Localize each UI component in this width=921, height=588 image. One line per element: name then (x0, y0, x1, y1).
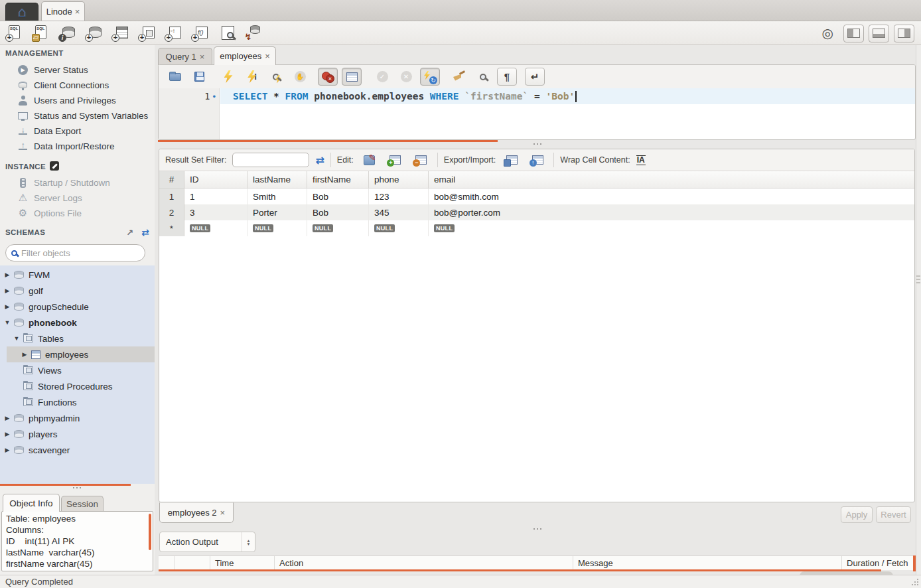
splitter-handle[interactable] (533, 143, 542, 145)
import-records-button[interactable] (528, 151, 547, 169)
toggle-word-wrap-button[interactable]: ↵ (525, 68, 545, 86)
column-header-action[interactable]: Action (275, 556, 573, 570)
create-schema-button[interactable]: + (85, 24, 103, 42)
close-icon[interactable]: × (75, 7, 80, 17)
search-data-button[interactable] (218, 24, 236, 42)
refresh-results-icon[interactable]: ⇄ (315, 154, 324, 167)
close-icon[interactable]: × (265, 51, 270, 61)
chevron-down-icon[interactable]: ▼ (4, 319, 11, 326)
execute-query-button[interactable] (218, 68, 238, 86)
column-header-duration[interactable]: Duration / Fetch (842, 556, 916, 570)
reconnect-dbms-button[interactable]: ↯ (244, 24, 262, 42)
sidebar-item-data-import[interactable]: ↑ Data Import/Restore (17, 139, 153, 153)
tree-item-groupschedule[interactable]: ▶ groupSchedule (0, 299, 155, 315)
autocommit-toggle[interactable] (420, 68, 440, 86)
delete-row-button[interactable] (411, 151, 431, 169)
sidebar-item-options-file[interactable]: ⚙ Options File (17, 206, 153, 220)
sql-code-area[interactable]: 1 • SELECT * FROM phonebook.employees WH… (159, 88, 915, 140)
table-row[interactable]: 2 3 Porter Bob 345 bob@porter.com (159, 204, 914, 220)
table-row-new[interactable]: * NULL NULL NULL NULL NULL (159, 220, 914, 236)
chevron-right-icon[interactable]: ▶ (4, 415, 11, 421)
find-button[interactable] (473, 68, 493, 86)
sidebar-item-client-connections[interactable]: Client Connections (17, 78, 153, 92)
tab-employees-2[interactable]: employees 2 × (159, 502, 234, 523)
chevron-right-icon[interactable]: ▶ (21, 351, 28, 358)
column-header-lastname[interactable]: lastName (248, 171, 307, 188)
beautify-sql-button[interactable] (449, 68, 469, 86)
chevron-right-icon[interactable]: ▶ (4, 287, 11, 294)
sidebar-item-users-privileges[interactable]: Users and Privileges (17, 94, 153, 107)
apply-button[interactable]: Apply (841, 506, 873, 523)
result-filter-input[interactable] (232, 153, 309, 167)
edit-cell-button[interactable] (360, 151, 380, 169)
new-sql-tab-button[interactable]: + (5, 24, 23, 42)
right-panel-splitter[interactable] (916, 45, 921, 575)
tree-item-stored-procedures[interactable]: Stored Procedures (0, 378, 155, 394)
tab-object-info[interactable]: Object Info (3, 494, 60, 512)
revert-button[interactable]: Revert (876, 506, 911, 523)
create-table-button[interactable]: + (111, 24, 129, 42)
chevron-down-icon[interactable]: ▼ (13, 335, 20, 342)
tree-item-views[interactable]: Views (0, 362, 155, 378)
open-sql-script-button[interactable]: ▱ (32, 24, 50, 42)
wrap-cell-content-icon[interactable]: IA (636, 155, 646, 165)
chevron-right-icon[interactable]: ▶ (4, 431, 11, 437)
sidebar-item-data-export[interactable]: ↓ Data Export (17, 124, 153, 137)
editor-results-splitter[interactable] (158, 140, 498, 142)
close-icon[interactable]: × (200, 52, 205, 62)
resize-grip[interactable] (910, 577, 920, 587)
expand-schemas-icon[interactable]: ↗ (126, 228, 133, 238)
create-procedure-button[interactable]: + (165, 24, 182, 42)
chevron-right-icon[interactable]: ▶ (4, 303, 11, 310)
tree-item-phpmyadmin[interactable]: ▶ phpmyadmin (0, 410, 155, 426)
sidebar-item-server-logs[interactable]: ⚠ Server Logs (17, 191, 153, 204)
create-function-button[interactable]: + (191, 24, 209, 42)
home-tab[interactable]: ⌂ (5, 3, 38, 21)
tree-item-golf[interactable]: ▶ golf (0, 283, 155, 299)
object-info-scrollbar[interactable] (149, 514, 151, 550)
toggle-right-sidebar-button[interactable] (894, 25, 914, 42)
refresh-schemas-icon[interactable]: ⇄ (141, 227, 149, 238)
sidebar-item-server-status[interactable]: ▶ Server Status (17, 63, 153, 76)
schema-filter-box[interactable] (5, 244, 145, 261)
toggle-output-area-button[interactable] (869, 25, 889, 42)
splitter-handle[interactable] (533, 528, 542, 530)
schema-filter-input[interactable] (21, 248, 127, 258)
column-header-email[interactable]: email (429, 171, 914, 188)
right-splitter-handle[interactable] (916, 275, 920, 285)
toggle-left-sidebar-button[interactable] (843, 25, 864, 42)
tree-item-tables[interactable]: ▼ Tables (0, 331, 155, 346)
tree-item-functions[interactable]: Functions (0, 394, 155, 410)
insert-row-button[interactable] (386, 151, 405, 169)
close-icon[interactable]: × (220, 508, 226, 518)
rollback-button[interactable]: ✕ (396, 68, 416, 86)
selector-stepper[interactable]: ▲ ▼ (242, 532, 255, 551)
tree-item-employees[interactable]: ▶ employees (0, 346, 155, 362)
tab-query-1[interactable]: Query 1 × (158, 48, 212, 65)
chevron-right-icon[interactable]: ▶ (4, 447, 11, 453)
explain-query-button[interactable] (266, 68, 286, 86)
export-recordset-button[interactable] (502, 151, 522, 169)
column-header-phone[interactable]: phone (369, 171, 429, 188)
schema-inspector-button[interactable]: i (58, 24, 76, 42)
tree-item-scavenger[interactable]: ▶ scavenger (0, 442, 155, 458)
stop-query-button[interactable]: ✋ (290, 68, 310, 86)
column-header-time[interactable]: Time (210, 556, 275, 570)
stop-on-error-toggle[interactable] (318, 68, 338, 86)
create-view-button[interactable]: + (138, 24, 156, 42)
open-script-button[interactable] (165, 68, 185, 86)
tab-session[interactable]: Session (61, 496, 104, 512)
output-type-selector[interactable]: Action Output ▲ ▼ (159, 532, 255, 552)
sidebar-item-startup-shutdown[interactable]: Startup / Shutdown (17, 176, 153, 189)
column-header-firstname[interactable]: firstName (307, 171, 369, 188)
connection-tab-linode[interactable]: Linode × (41, 1, 85, 21)
column-header-rownum[interactable]: # (159, 171, 184, 188)
splitter-handle[interactable] (72, 486, 82, 489)
tab-employees[interactable]: employees × (214, 46, 276, 65)
column-header-message[interactable]: Message (573, 556, 842, 570)
column-header-id[interactable]: ID (184, 171, 248, 188)
execute-current-statement-button[interactable]: I (242, 68, 262, 86)
toggle-invisible-chars-button[interactable]: ¶ (497, 68, 517, 86)
sidebar-item-status-system-variables[interactable]: Status and System Variables (17, 109, 153, 122)
chevron-right-icon[interactable]: ▶ (4, 271, 11, 278)
